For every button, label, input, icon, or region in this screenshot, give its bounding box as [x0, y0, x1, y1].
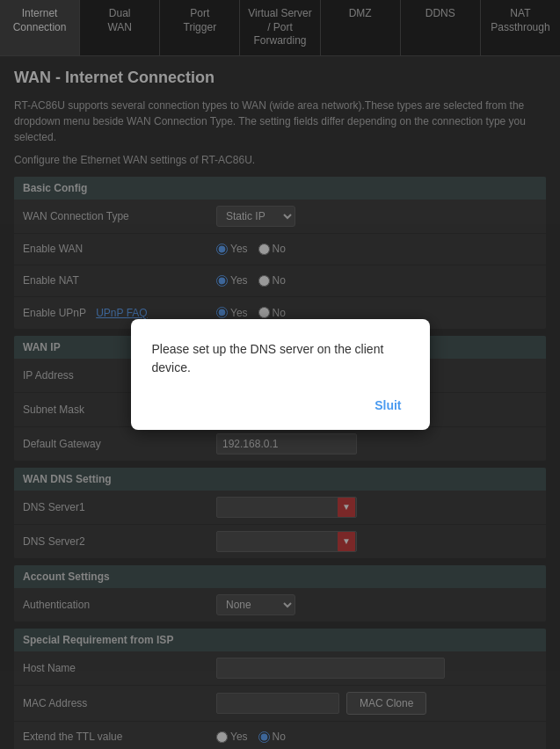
modal-message: Please set up the DNS server on the clie…	[152, 340, 409, 377]
modal-close-button[interactable]: Sluit	[367, 395, 408, 416]
modal-overlay[interactable]: Please set up the DNS server on the clie…	[0, 0, 560, 749]
modal-box: Please set up the DNS server on the clie…	[131, 319, 430, 430]
modal-footer: Sluit	[152, 395, 409, 416]
